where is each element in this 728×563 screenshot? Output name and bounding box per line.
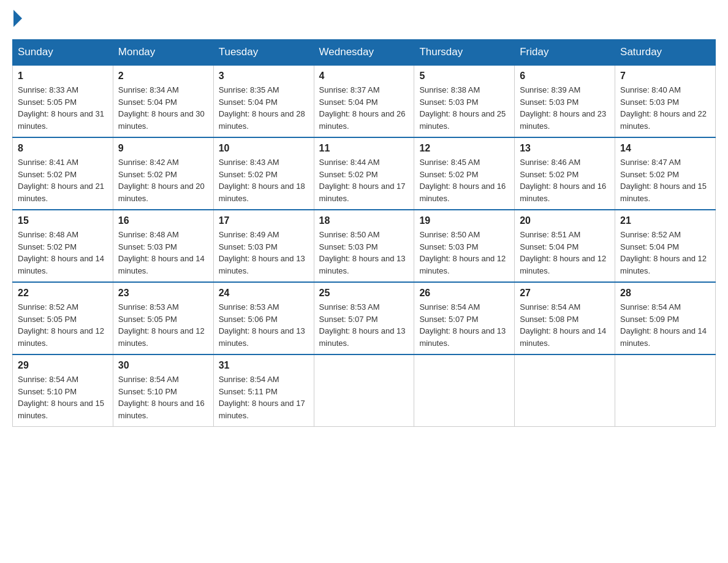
day-info: Sunrise: 8:53 AMSunset: 5:06 PMDaylight:…	[219, 302, 305, 348]
day-number: 31	[219, 360, 309, 371]
calendar-day-cell: 28 Sunrise: 8:54 AMSunset: 5:09 PMDaylig…	[615, 282, 716, 354]
day-number: 8	[18, 143, 108, 154]
day-info: Sunrise: 8:37 AMSunset: 5:04 PMDaylight:…	[319, 85, 406, 131]
day-number: 3	[219, 71, 309, 82]
calendar-day-cell: 23 Sunrise: 8:53 AMSunset: 5:05 PMDaylig…	[113, 282, 213, 354]
logo-arrow-icon	[13, 10, 22, 27]
day-info: Sunrise: 8:54 AMSunset: 5:08 PMDaylight:…	[520, 302, 606, 348]
calendar-header-thursday: Thursday	[414, 40, 515, 66]
day-info: Sunrise: 8:49 AMSunset: 5:03 PMDaylight:…	[219, 230, 305, 275]
calendar-table: SundayMondayTuesdayWednesdayThursdayFrid…	[12, 39, 716, 427]
calendar-day-cell	[615, 354, 716, 427]
calendar-day-cell: 26 Sunrise: 8:54 AMSunset: 5:07 PMDaylig…	[414, 282, 515, 354]
day-info: Sunrise: 8:52 AMSunset: 5:05 PMDaylight:…	[18, 302, 104, 348]
calendar-day-cell: 5 Sunrise: 8:38 AMSunset: 5:03 PMDayligh…	[414, 65, 515, 137]
day-info: Sunrise: 8:33 AMSunset: 5:05 PMDaylight:…	[18, 85, 104, 131]
day-info: Sunrise: 8:44 AMSunset: 5:02 PMDaylight:…	[319, 158, 406, 203]
calendar-day-cell: 15 Sunrise: 8:48 AMSunset: 5:02 PMDaylig…	[13, 210, 113, 282]
calendar-day-cell	[314, 354, 414, 427]
day-info: Sunrise: 8:46 AMSunset: 5:02 PMDaylight:…	[520, 158, 606, 203]
day-info: Sunrise: 8:43 AMSunset: 5:02 PMDaylight:…	[219, 158, 305, 203]
calendar-day-cell: 7 Sunrise: 8:40 AMSunset: 5:03 PMDayligh…	[615, 65, 716, 137]
day-number: 2	[118, 71, 208, 82]
day-number: 16	[118, 215, 208, 226]
day-info: Sunrise: 8:53 AMSunset: 5:07 PMDaylight:…	[319, 302, 406, 348]
calendar-header-tuesday: Tuesday	[213, 40, 314, 66]
day-info: Sunrise: 8:47 AMSunset: 5:02 PMDaylight:…	[620, 158, 707, 203]
calendar-day-cell: 21 Sunrise: 8:52 AMSunset: 5:04 PMDaylig…	[615, 210, 716, 282]
calendar-day-cell: 24 Sunrise: 8:53 AMSunset: 5:06 PMDaylig…	[213, 282, 314, 354]
calendar-day-cell: 10 Sunrise: 8:43 AMSunset: 5:02 PMDaylig…	[213, 137, 314, 210]
day-info: Sunrise: 8:48 AMSunset: 5:03 PMDaylight:…	[118, 230, 205, 275]
day-info: Sunrise: 8:54 AMSunset: 5:10 PMDaylight:…	[18, 375, 104, 420]
calendar-day-cell: 4 Sunrise: 8:37 AMSunset: 5:04 PMDayligh…	[314, 65, 414, 137]
day-number: 10	[219, 143, 309, 154]
calendar-header-wednesday: Wednesday	[314, 40, 414, 66]
day-number: 28	[620, 288, 710, 299]
day-number: 20	[520, 215, 610, 226]
day-number: 11	[319, 143, 409, 154]
day-number: 30	[118, 360, 208, 371]
day-number: 1	[18, 71, 108, 82]
day-number: 14	[620, 143, 710, 154]
calendar-day-cell: 1 Sunrise: 8:33 AMSunset: 5:05 PMDayligh…	[13, 65, 113, 137]
day-number: 13	[520, 143, 610, 154]
day-number: 4	[319, 71, 409, 82]
day-info: Sunrise: 8:54 AMSunset: 5:10 PMDaylight:…	[118, 375, 205, 420]
calendar-day-cell: 14 Sunrise: 8:47 AMSunset: 5:02 PMDaylig…	[615, 137, 716, 210]
day-info: Sunrise: 8:54 AMSunset: 5:09 PMDaylight:…	[620, 302, 707, 348]
calendar-day-cell	[515, 354, 615, 427]
calendar-day-cell: 22 Sunrise: 8:52 AMSunset: 5:05 PMDaylig…	[13, 282, 113, 354]
page-header	[12, 12, 716, 27]
day-info: Sunrise: 8:50 AMSunset: 5:03 PMDaylight:…	[319, 230, 406, 275]
day-number: 18	[319, 215, 409, 226]
day-info: Sunrise: 8:48 AMSunset: 5:02 PMDaylight:…	[18, 230, 104, 275]
calendar-header-sunday: Sunday	[13, 40, 113, 66]
day-number: 7	[620, 71, 710, 82]
calendar-day-cell: 17 Sunrise: 8:49 AMSunset: 5:03 PMDaylig…	[213, 210, 314, 282]
calendar-day-cell: 13 Sunrise: 8:46 AMSunset: 5:02 PMDaylig…	[515, 137, 615, 210]
calendar-day-cell: 18 Sunrise: 8:50 AMSunset: 5:03 PMDaylig…	[314, 210, 414, 282]
logo	[12, 12, 22, 27]
calendar-day-cell: 6 Sunrise: 8:39 AMSunset: 5:03 PMDayligh…	[515, 65, 615, 137]
day-info: Sunrise: 8:40 AMSunset: 5:03 PMDaylight:…	[620, 85, 707, 131]
calendar-week-row: 22 Sunrise: 8:52 AMSunset: 5:05 PMDaylig…	[13, 282, 716, 354]
day-info: Sunrise: 8:45 AMSunset: 5:02 PMDaylight:…	[419, 158, 506, 203]
day-info: Sunrise: 8:39 AMSunset: 5:03 PMDaylight:…	[520, 85, 606, 131]
calendar-day-cell: 11 Sunrise: 8:44 AMSunset: 5:02 PMDaylig…	[314, 137, 414, 210]
calendar-header-saturday: Saturday	[615, 40, 716, 66]
calendar-day-cell: 2 Sunrise: 8:34 AMSunset: 5:04 PMDayligh…	[113, 65, 213, 137]
calendar-day-cell: 12 Sunrise: 8:45 AMSunset: 5:02 PMDaylig…	[414, 137, 515, 210]
calendar-week-row: 1 Sunrise: 8:33 AMSunset: 5:05 PMDayligh…	[13, 65, 716, 137]
day-info: Sunrise: 8:34 AMSunset: 5:04 PMDaylight:…	[118, 85, 205, 131]
day-number: 5	[419, 71, 509, 82]
calendar-header-friday: Friday	[515, 40, 615, 66]
day-number: 17	[219, 215, 309, 226]
calendar-day-cell: 25 Sunrise: 8:53 AMSunset: 5:07 PMDaylig…	[314, 282, 414, 354]
day-number: 15	[18, 215, 108, 226]
day-number: 9	[118, 143, 208, 154]
day-info: Sunrise: 8:51 AMSunset: 5:04 PMDaylight:…	[520, 230, 606, 275]
calendar-day-cell: 16 Sunrise: 8:48 AMSunset: 5:03 PMDaylig…	[113, 210, 213, 282]
day-number: 22	[18, 288, 108, 299]
day-number: 24	[219, 288, 309, 299]
day-info: Sunrise: 8:53 AMSunset: 5:05 PMDaylight:…	[118, 302, 205, 348]
day-info: Sunrise: 8:54 AMSunset: 5:07 PMDaylight:…	[419, 302, 506, 348]
day-number: 19	[419, 215, 509, 226]
day-info: Sunrise: 8:52 AMSunset: 5:04 PMDaylight:…	[620, 230, 707, 275]
calendar-day-cell	[414, 354, 515, 427]
day-number: 23	[118, 288, 208, 299]
calendar-week-row: 8 Sunrise: 8:41 AMSunset: 5:02 PMDayligh…	[13, 137, 716, 210]
day-info: Sunrise: 8:41 AMSunset: 5:02 PMDaylight:…	[18, 158, 104, 203]
calendar-header-row: SundayMondayTuesdayWednesdayThursdayFrid…	[13, 40, 716, 66]
day-number: 21	[620, 215, 710, 226]
day-info: Sunrise: 8:50 AMSunset: 5:03 PMDaylight:…	[419, 230, 506, 275]
day-number: 27	[520, 288, 610, 299]
day-number: 25	[319, 288, 409, 299]
day-info: Sunrise: 8:54 AMSunset: 5:11 PMDaylight:…	[219, 375, 305, 420]
calendar-week-row: 29 Sunrise: 8:54 AMSunset: 5:10 PMDaylig…	[13, 354, 716, 427]
day-number: 12	[419, 143, 509, 154]
day-number: 26	[419, 288, 509, 299]
calendar-day-cell: 27 Sunrise: 8:54 AMSunset: 5:08 PMDaylig…	[515, 282, 615, 354]
calendar-week-row: 15 Sunrise: 8:48 AMSunset: 5:02 PMDaylig…	[13, 210, 716, 282]
